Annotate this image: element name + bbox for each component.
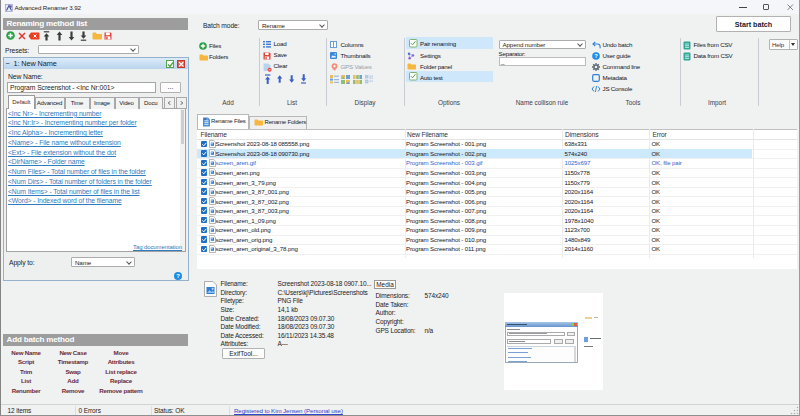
svg-text:?: ? [594, 53, 598, 59]
svg-text:?: ? [176, 273, 180, 279]
